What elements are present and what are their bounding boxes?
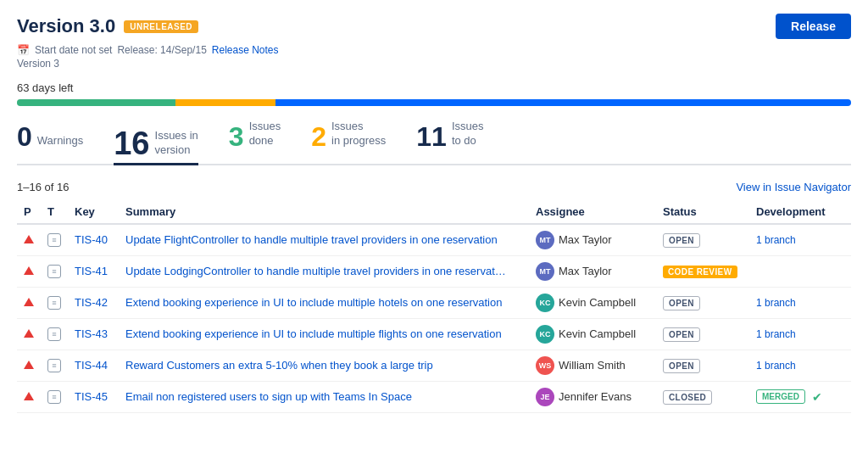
summary-cell[interactable]: Reward Customers an extra 5-10% when the…	[119, 350, 529, 381]
status-cell: OPEN	[656, 224, 749, 256]
table-row: ≡TIS-42Extend booking experience in UI t…	[17, 287, 851, 318]
version-label: Version 3	[17, 58, 851, 70]
stat-issues-done[interactable]: 3 Issuesdone	[229, 120, 281, 154]
issue-type-icon: ≡	[47, 359, 61, 372]
issue-key-link[interactable]: TIS-41	[75, 265, 108, 277]
assignee-name: Max Taylor	[559, 233, 612, 246]
col-header-t: T	[41, 200, 68, 224]
table-row: ≡TIS-41Update LodgingController to handl…	[17, 255, 851, 287]
status-badge: OPEN	[663, 327, 700, 342]
status-cell: OPEN	[656, 350, 749, 381]
issue-summary-link[interactable]: Reward Customers an extra 5-10% when the…	[125, 359, 433, 372]
col-header-development: Development	[749, 200, 851, 224]
stat-issues-done-number: 3	[229, 123, 244, 150]
status-badge: OPEN	[663, 233, 700, 248]
type-cell: ≡	[41, 287, 68, 318]
development-cell	[749, 255, 851, 287]
table-row: ≡TIS-43Extend booking experience in UI t…	[17, 318, 851, 350]
stat-issues-progress-label: Issuesin progress	[331, 120, 386, 148]
branch-link[interactable]: 1 branch	[756, 234, 796, 246]
assignee-cell: MTMax Taylor	[529, 224, 656, 256]
summary-cell[interactable]: Extend booking experience in UI to inclu…	[119, 287, 529, 318]
stat-warnings[interactable]: 0 Warnings	[17, 123, 83, 154]
type-cell: ≡	[41, 381, 68, 412]
stat-issues-in-version[interactable]: 16 Issues inversion	[114, 127, 198, 165]
key-cell[interactable]: TIS-42	[68, 287, 119, 318]
avatar: WS	[536, 356, 554, 375]
priority-cell	[17, 350, 41, 381]
priority-icon	[24, 233, 34, 246]
pagination-label: 1–16 of 16	[17, 181, 69, 193]
stat-issues-version-number: 16	[114, 127, 149, 159]
check-icon: ✔	[812, 390, 822, 404]
col-header-status: Status	[656, 200, 749, 224]
table-row: ≡TIS-40Update FlightController to handle…	[17, 224, 851, 256]
release-button[interactable]: Release	[776, 14, 851, 39]
issue-type-icon: ≡	[47, 233, 61, 247]
col-header-assignee: Assignee	[529, 200, 656, 224]
branch-link[interactable]: 1 branch	[756, 297, 796, 309]
progress-todo	[275, 99, 851, 106]
issue-key-link[interactable]: TIS-42	[75, 296, 108, 309]
assignee-cell: KCKevin Campbell	[529, 318, 656, 350]
issue-summary-link[interactable]: Email non registered users to sign up wi…	[125, 390, 412, 403]
stat-issues-in-progress[interactable]: 2 Issuesin progress	[311, 120, 386, 154]
type-cell: ≡	[41, 350, 68, 381]
priority-cell	[17, 381, 41, 412]
stat-issues-done-label: Issuesdone	[249, 120, 281, 148]
stat-issues-todo[interactable]: 11 Issuesto do	[416, 120, 483, 154]
priority-icon	[24, 265, 34, 277]
status-badge: OPEN	[663, 296, 700, 310]
issue-key-link[interactable]: TIS-43	[75, 327, 108, 340]
summary-cell[interactable]: Email non registered users to sign up wi…	[119, 381, 529, 412]
branch-link[interactable]: 1 branch	[756, 360, 796, 372]
progress-bar	[17, 99, 851, 106]
development-cell: 1 branch	[749, 224, 851, 256]
issues-table: P T Key Summary Assignee Status Developm…	[17, 200, 851, 413]
issue-summary-link[interactable]: Extend booking experience in UI to inclu…	[125, 327, 502, 340]
issue-type-icon: ≡	[47, 327, 61, 341]
status-cell: CODE REVIEW	[656, 255, 749, 287]
issue-summary-link[interactable]: Update LodgingController to handle multi…	[125, 265, 506, 277]
status-badge: UNRELEASED	[124, 20, 198, 33]
priority-cell	[17, 224, 41, 256]
stat-issues-version-label: Issues inversion	[155, 129, 198, 158]
summary-cell[interactable]: Update FlightController to handle multip…	[119, 224, 529, 256]
priority-icon	[24, 390, 34, 403]
key-cell[interactable]: TIS-45	[68, 381, 119, 412]
summary-cell[interactable]: Extend booking experience in UI to inclu…	[119, 318, 529, 350]
assignee-name: Kevin Campbell	[559, 296, 636, 309]
issue-type-icon: ≡	[47, 265, 61, 278]
table-row: ≡TIS-44Reward Customers an extra 5-10% w…	[17, 350, 851, 381]
col-header-p: P	[17, 200, 41, 224]
summary-cell[interactable]: Update LodgingController to handle multi…	[119, 255, 529, 287]
type-cell: ≡	[41, 224, 68, 256]
issue-key-link[interactable]: TIS-44	[75, 359, 108, 372]
status-cell: OPEN	[656, 287, 749, 318]
page-title: Version 3.0	[17, 15, 115, 37]
key-cell[interactable]: TIS-41	[68, 255, 119, 287]
development-cell: 1 branch	[749, 287, 851, 318]
stat-issues-todo-label: Issuesto do	[452, 120, 484, 148]
issue-type-icon: ≡	[47, 390, 61, 404]
assignee-cell: WSWilliam Smith	[529, 350, 656, 381]
key-cell[interactable]: TIS-43	[68, 318, 119, 350]
release-notes-link[interactable]: Release Notes	[212, 44, 279, 56]
issue-summary-link[interactable]: Extend booking experience in UI to inclu…	[125, 296, 502, 309]
development-cell: 1 branch	[749, 318, 851, 350]
branch-link[interactable]: 1 branch	[756, 328, 796, 340]
release-date-label: Release: 14/Sep/15	[117, 44, 206, 56]
merged-badge: MERGED	[756, 389, 805, 404]
col-header-key: Key	[68, 200, 119, 224]
key-cell[interactable]: TIS-44	[68, 350, 119, 381]
issue-key-link[interactable]: TIS-40	[75, 233, 108, 246]
stat-warnings-number: 0	[17, 123, 32, 150]
table-row: ≡TIS-45Email non registered users to sig…	[17, 381, 851, 412]
stats-row: 0 Warnings 16 Issues inversion 3 Issuesd…	[17, 120, 851, 165]
key-cell[interactable]: TIS-40	[68, 224, 119, 256]
progress-done	[17, 99, 175, 106]
issue-summary-link[interactable]: Update FlightController to handle multip…	[125, 233, 498, 246]
table-header-row: 1–16 of 16 View in Issue Navigator	[17, 181, 851, 193]
issue-key-link[interactable]: TIS-45	[75, 390, 108, 403]
view-in-navigator-link[interactable]: View in Issue Navigator	[736, 181, 851, 193]
